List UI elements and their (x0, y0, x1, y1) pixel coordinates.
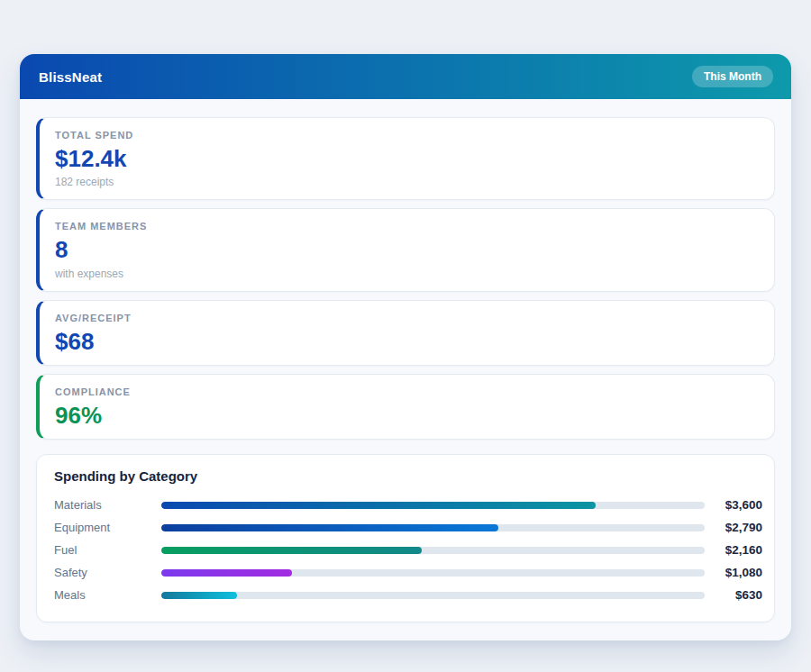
category-value: $2,160 (705, 543, 762, 557)
bar-track (161, 592, 705, 599)
stat-value: $12.4k (55, 147, 759, 171)
bar-fill (161, 502, 596, 509)
bar-track (161, 502, 705, 509)
category-value: $2,790 (705, 521, 762, 534)
bar-track (161, 524, 705, 531)
category-row-fuel: Fuel $2,160 (54, 539, 762, 561)
stat-card-compliance: COMPLIANCE 96% (36, 374, 775, 440)
category-value: $1,080 (705, 566, 762, 579)
period-badge[interactable]: This Month (692, 66, 773, 87)
app-title: BlissNeat (39, 69, 102, 85)
bar-fill (161, 524, 498, 531)
stat-subtext: with expenses (55, 268, 759, 280)
stat-card-total-spend: TOTAL SPEND $12.4k 182 receipts (36, 117, 775, 200)
category-row-meals: Meals $630 (54, 584, 762, 606)
category-label: Safety (54, 566, 161, 579)
bar-fill (161, 547, 422, 554)
category-row-equipment: Equipment $2,790 (54, 516, 762, 539)
stat-value: 96% (55, 404, 759, 428)
stat-card-team-members: TEAM MEMBERS 8 with expenses (36, 208, 775, 291)
category-label: Materials (54, 498, 161, 512)
category-value: $630 (705, 588, 762, 602)
dashboard-content: TOTAL SPEND $12.4k 182 receipts TEAM MEM… (20, 99, 791, 640)
category-value: $3,600 (705, 498, 762, 512)
stat-card-list: TOTAL SPEND $12.4k 182 receipts TEAM MEM… (36, 117, 775, 440)
stat-label: COMPLIANCE (55, 386, 759, 397)
stat-card-avg-receipt: AVG/RECEIPT $68 (36, 300, 775, 366)
section-title: Spending by Category (54, 468, 762, 484)
bar-track (161, 547, 705, 554)
bar-track (161, 569, 705, 577)
category-row-safety: Safety $1,080 (54, 561, 762, 584)
category-row-materials: Materials $3,600 (54, 494, 762, 516)
spending-by-category-card: Spending by Category Materials $3,600 Eq… (36, 454, 775, 622)
category-label: Equipment (54, 521, 161, 534)
stat-label: AVG/RECEIPT (55, 313, 759, 323)
dashboard-panel: BlissNeat This Month TOTAL SPEND $12.4k … (20, 54, 791, 640)
stat-subtext: 182 receipts (55, 176, 759, 188)
app-header: BlissNeat This Month (20, 54, 791, 99)
category-label: Fuel (54, 543, 161, 557)
bar-fill (161, 592, 237, 599)
stat-label: TEAM MEMBERS (55, 221, 759, 232)
stat-value: 8 (55, 238, 759, 262)
stat-value: $68 (55, 330, 759, 354)
category-label: Meals (54, 588, 161, 602)
stat-label: TOTAL SPEND (55, 130, 759, 141)
bar-fill (161, 569, 292, 577)
